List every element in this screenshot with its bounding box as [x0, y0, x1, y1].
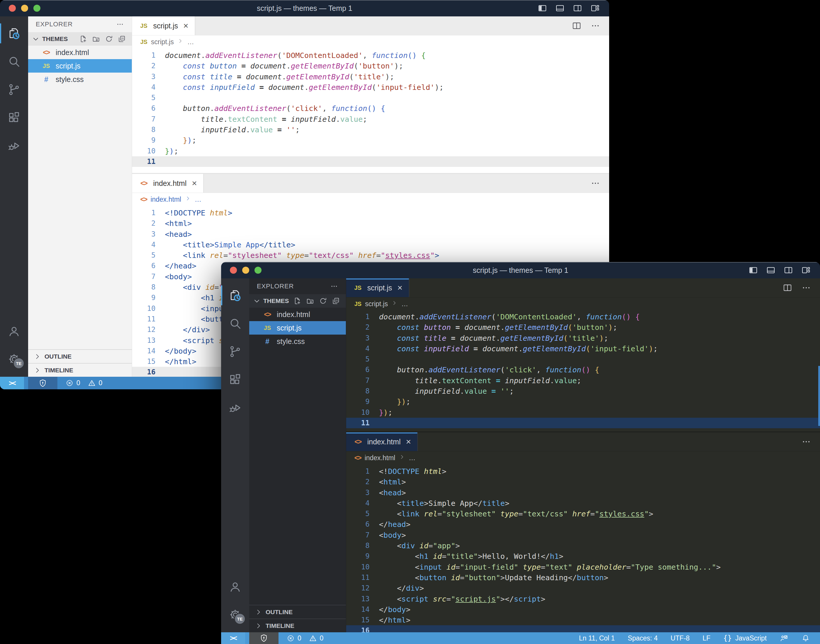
zoom-button[interactable]: [255, 267, 261, 274]
activity-search[interactable]: [221, 310, 249, 337]
code-line[interactable]: 11 <button id="button">Update Heading</b…: [346, 572, 820, 583]
timeline-section[interactable]: TIMELINE: [249, 618, 346, 632]
minimize-button[interactable]: [21, 5, 28, 12]
activity-extensions[interactable]: [221, 366, 249, 394]
layout-sidebar-right-icon[interactable]: [573, 3, 582, 13]
folder-section-themes[interactable]: THEMES: [249, 294, 346, 308]
layout-sidebar-right-icon[interactable]: [784, 265, 793, 275]
ellipsis-icon[interactable]: [801, 437, 811, 447]
code-line[interactable]: 8 <div id="app">: [346, 540, 820, 551]
breadcrumb-file[interactable]: script.js: [365, 300, 388, 308]
activity-explorer[interactable]: [0, 19, 28, 48]
code-line[interactable]: 10});: [346, 407, 820, 418]
ellipsis-icon[interactable]: [801, 283, 811, 293]
code-line[interactable]: 3<head>: [346, 488, 820, 498]
code-line[interactable]: 5 <link rel="stylesheet" type="text/css"…: [132, 250, 609, 261]
status-item-lf[interactable]: LF: [703, 634, 711, 642]
new-file-icon[interactable]: [79, 35, 87, 43]
code-line[interactable]: 9 });: [132, 135, 609, 146]
status-item-javascript[interactable]: {}JavaScript: [723, 634, 767, 642]
code-line[interactable]: 3 const title = document.getElementById(…: [132, 71, 609, 82]
code-editor-index[interactable]: 1<!DOCTYPE html>2<html>3<head>4 <title>S…: [346, 464, 820, 632]
activity-explorer[interactable]: [221, 281, 249, 310]
code-line[interactable]: 12 </div>: [346, 583, 820, 593]
code-line[interactable]: 3<head>: [132, 229, 609, 239]
titlebar[interactable]: script.js — themes — Temp 1: [0, 0, 609, 16]
activity-search[interactable]: [0, 48, 28, 75]
tab-script-js[interactable]: JS script.js ×: [132, 16, 195, 35]
code-line[interactable]: 4 <title>Simple App</title>: [132, 239, 609, 250]
code-line[interactable]: 6 button.addEventListener('click', funct…: [132, 103, 609, 113]
more-icon[interactable]: [116, 20, 124, 28]
file-item-index.html[interactable]: <>index.html: [249, 308, 346, 321]
code-line[interactable]: 1document.addEventListener('DOMContentLo…: [132, 50, 609, 61]
close-button[interactable]: [230, 267, 237, 274]
activity-extensions[interactable]: [0, 104, 28, 132]
refresh-icon[interactable]: [319, 297, 327, 305]
split-editor-icon[interactable]: [572, 21, 582, 31]
breadcrumb-more[interactable]: …: [187, 38, 194, 46]
minimize-button[interactable]: [242, 267, 249, 274]
code-line[interactable]: 15</html>: [346, 615, 820, 625]
close-icon[interactable]: ×: [406, 437, 411, 446]
layout-sidebar-left-icon[interactable]: [538, 3, 547, 13]
code-line[interactable]: 7<body>: [346, 530, 820, 540]
close-button[interactable]: [9, 5, 16, 12]
new-folder-icon[interactable]: [306, 297, 314, 305]
activity-source-control[interactable]: [0, 75, 28, 104]
code-line[interactable]: 10 <input id="input-field" type="text" p…: [346, 562, 820, 572]
outline-section[interactable]: OUTLINE: [28, 349, 132, 363]
activity-accounts[interactable]: [221, 573, 249, 601]
zoom-button[interactable]: [34, 5, 40, 12]
split-editor-icon[interactable]: [783, 283, 792, 293]
file-item-script.js[interactable]: JSscript.js: [28, 59, 132, 73]
status-item-spaces-4[interactable]: Spaces: 4: [628, 634, 657, 642]
code-line[interactable]: 11: [346, 418, 820, 428]
remote-indicator[interactable]: ><: [221, 632, 245, 644]
code-line[interactable]: 1<!DOCTYPE html>: [346, 466, 820, 477]
close-icon[interactable]: ×: [398, 284, 403, 292]
workspace-trust-badge[interactable]: [249, 632, 278, 644]
remote-indicator[interactable]: ><: [0, 377, 24, 389]
file-item-index.html[interactable]: <>index.html: [28, 46, 132, 59]
code-line[interactable]: 3 const title = document.getElementById(…: [346, 333, 820, 343]
breadcrumb-more[interactable]: …: [409, 454, 416, 462]
close-icon[interactable]: ×: [183, 21, 189, 30]
problems-status[interactable]: 0 0: [57, 379, 107, 387]
problems-status[interactable]: 0 0: [278, 634, 328, 642]
code-editor-script[interactable]: 1document.addEventListener('DOMContentLo…: [346, 310, 820, 431]
code-line[interactable]: 14</body>: [346, 604, 820, 615]
code-line[interactable]: 2<html>: [132, 218, 609, 228]
code-line[interactable]: 7 title.textContent = inputField.value;: [346, 375, 820, 386]
workspace-trust-badge[interactable]: [28, 377, 57, 389]
file-item-style.css[interactable]: #style.css: [28, 73, 132, 86]
tab-script-js[interactable]: JS script.js ×: [346, 278, 409, 297]
code-line[interactable]: 11: [132, 156, 609, 167]
code-line[interactable]: 6 button.addEventListener('click', funct…: [346, 365, 820, 375]
layout-panel-icon[interactable]: [766, 265, 775, 275]
code-line[interactable]: 9 <h1 id="title">Hello, World!</h1>: [346, 551, 820, 561]
breadcrumb-more[interactable]: …: [195, 196, 201, 204]
code-line[interactable]: 5: [346, 354, 820, 365]
layout-panel-icon[interactable]: [555, 3, 565, 13]
collapse-all-icon[interactable]: [118, 35, 126, 43]
file-item-script.js[interactable]: JSscript.js: [249, 321, 346, 334]
close-icon[interactable]: ×: [192, 179, 197, 188]
activity-accounts[interactable]: [0, 317, 28, 345]
code-line[interactable]: 8 inputField.value = '';: [346, 386, 820, 396]
activity-source-control[interactable]: [221, 337, 249, 366]
tab-index-html[interactable]: <> index.html ×: [346, 432, 418, 451]
layout-customize-icon[interactable]: [590, 3, 600, 13]
activity-run-debug[interactable]: [221, 394, 249, 422]
code-line[interactable]: 5: [132, 92, 609, 103]
breadcrumb-file[interactable]: index.html: [150, 196, 181, 204]
code-line[interactable]: 6</head>: [346, 519, 820, 529]
layout-sidebar-left-icon[interactable]: [749, 265, 758, 275]
code-line[interactable]: 7 title.textContent = inputField.value;: [132, 114, 609, 124]
breadcrumb[interactable]: <> index.html …: [346, 451, 820, 464]
more-icon[interactable]: [330, 282, 338, 290]
breadcrumb[interactable]: JS script.js …: [346, 297, 820, 310]
activity-run-debug[interactable]: [0, 132, 28, 160]
code-line[interactable]: 5 <link rel="stylesheet" type="text/css"…: [346, 509, 820, 519]
code-line[interactable]: 16: [346, 625, 820, 632]
